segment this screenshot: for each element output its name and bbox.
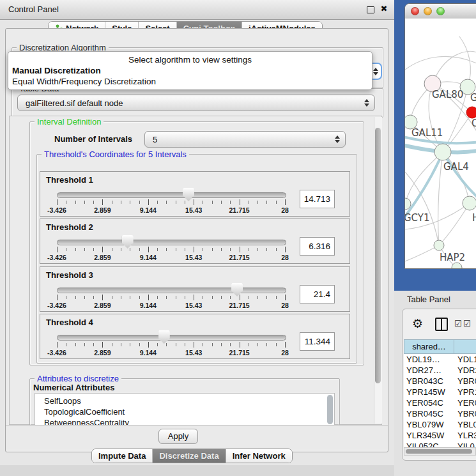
attributes-group-label: Attributes to discretize xyxy=(35,374,121,383)
list-item[interactable]: TopologicalCoefficient xyxy=(44,407,125,418)
node-label: GAL11 xyxy=(411,127,443,139)
slider-major-ticks xyxy=(57,199,286,205)
traffic-light-zoom-icon[interactable] xyxy=(436,7,445,15)
node-label: H xyxy=(472,212,476,224)
float-window-icon[interactable] xyxy=(367,6,374,13)
interval-definition-label: Interval Definition xyxy=(35,117,104,127)
slider-tick-labels: -3.426 2.859 9.144 15.43 21.715 28 xyxy=(57,302,285,310)
table-row[interactable]: YIL052CYIL0 xyxy=(404,441,476,447)
threshold-label: Threshold 2 xyxy=(46,222,93,232)
table-panel-title: Table Panel xyxy=(407,295,450,304)
dropdown-option-manual-discretization[interactable]: Manual Discretization xyxy=(12,65,368,76)
column-header-shared-name[interactable]: shared… xyxy=(404,339,454,354)
threshold-value-field[interactable] xyxy=(300,332,335,351)
column-header-name[interactable]: n xyxy=(454,339,476,354)
checkbox-icon[interactable]: ☑ xyxy=(454,319,462,328)
close-icon[interactable]: ✖ xyxy=(380,5,388,12)
network-window-titlebar[interactable] xyxy=(405,4,476,19)
node-bottom[interactable] xyxy=(452,263,462,269)
table-data-combobox[interactable]: galFiltered.sif default node xyxy=(17,95,375,111)
apply-button[interactable]: Apply xyxy=(158,429,198,444)
slider-track[interactable] xyxy=(57,240,286,245)
tab-discretize-data[interactable]: Discretize Data xyxy=(153,449,226,463)
node-highlighted[interactable] xyxy=(466,107,476,118)
thresholds-group-label: Threshold's Coordinates for 5 Intervals xyxy=(42,150,189,159)
split-columns-icon[interactable] xyxy=(435,318,448,331)
slider-tick-labels: -3.426 2.859 9.144 15.43 21.715 28 xyxy=(57,349,285,357)
traffic-light-close-icon[interactable] xyxy=(411,7,419,15)
node-hap2[interactable] xyxy=(434,240,444,250)
slider-track[interactable] xyxy=(57,335,286,341)
list-item[interactable]: BetweennessCentrality xyxy=(44,418,129,425)
numerical-attributes-heading: Numerical Attributes xyxy=(33,383,114,392)
table-row[interactable]: YDR27…YDR2 xyxy=(404,365,476,376)
node-label: GCY1 xyxy=(405,212,430,224)
tab-infer-network[interactable]: Infer Network xyxy=(226,449,292,463)
node-label: C xyxy=(472,118,476,129)
node-label: HAP2 xyxy=(440,252,465,263)
intervals-value: 5 xyxy=(153,135,157,144)
node-h[interactable] xyxy=(463,196,476,210)
dropdown-placeholder: Select algorithm to view settings xyxy=(12,54,368,65)
threshold-label: Threshold 4 xyxy=(46,318,93,327)
threshold-4-panel: Threshold 4 -3.426 2.859 9.144 15.43 21.… xyxy=(40,314,350,359)
scrollbar-thumb[interactable] xyxy=(375,128,381,383)
traffic-light-minimize-icon[interactable] xyxy=(424,7,432,15)
table-row[interactable]: YBR045CYBR0 xyxy=(404,408,476,419)
threshold-slider[interactable]: -3.426 2.859 9.144 15.43 21.715 28 xyxy=(57,238,285,264)
threshold-1-panel: Threshold 1 -3.426 2.859 9.144 15.43 21.… xyxy=(40,171,350,217)
threshold-value-field[interactable] xyxy=(300,237,335,256)
slider-major-ticks xyxy=(57,247,286,252)
slider-track[interactable] xyxy=(57,192,286,198)
dropdown-option-equal-width-frequency[interactable]: Equal Width/Frequency Discretization xyxy=(12,76,368,87)
threshold-2-panel: Threshold 2 -3.426 2.859 9.144 15.43 21.… xyxy=(40,219,350,264)
control-panel-titlebar: Control Panel ✖ xyxy=(0,0,394,20)
slider-tick-labels: -3.426 2.859 9.144 15.43 21.715 28 xyxy=(57,254,285,262)
table-row[interactable]: YLR345WYLR3 xyxy=(404,430,476,441)
panel-title: Control Panel xyxy=(8,4,59,14)
network-graph: GAL80 GA GAL11 C GAL4 GCY1 H HAP2 xyxy=(405,19,476,269)
table-row[interactable]: YDL19…YDL1 xyxy=(404,354,476,365)
stepper-arrows-icon xyxy=(335,135,340,143)
stepper-arrows-icon xyxy=(373,68,378,75)
scrollbar-thumb[interactable] xyxy=(406,449,472,454)
table-row[interactable]: YBL079WYBL0 xyxy=(404,419,476,430)
screen: Control Panel ✖ Network Style Select Cyn… xyxy=(0,0,476,476)
slider-major-ticks xyxy=(57,295,286,300)
threshold-value-field[interactable] xyxy=(300,285,335,303)
checkbox-icon[interactable]: ☑ xyxy=(463,319,471,328)
node-attribute-table[interactable]: shared… n YDL19…YDL1 YDR27…YDR2 YBR043CY… xyxy=(404,339,476,447)
numerical-attributes-list[interactable]: SelfLoops TopologicalCoefficient Between… xyxy=(35,393,335,425)
list-item[interactable]: SelfLoops xyxy=(44,396,81,407)
table-row[interactable]: YBR043CYBR0 xyxy=(404,376,476,387)
slider-tick-labels: -3.426 2.859 9.144 15.43 21.715 28 xyxy=(57,206,285,215)
table-row[interactable]: YER054CYER0 xyxy=(404,397,476,408)
node-gal4[interactable] xyxy=(434,144,451,160)
table-data-selected-value: galFiltered.sif default node xyxy=(26,98,123,108)
control-panel: Control Panel ✖ Network Style Select Cyn… xyxy=(0,0,394,465)
threshold-slider[interactable]: -3.426 2.859 9.144 15.43 21.715 28 xyxy=(57,286,285,312)
threshold-slider[interactable]: -3.426 2.859 9.144 15.43 21.715 28 xyxy=(57,334,285,359)
node-label: GAL4 xyxy=(443,161,469,173)
tab-impute-data[interactable]: Impute Data xyxy=(92,449,153,463)
list-scrollbar-thumb[interactable] xyxy=(327,395,333,424)
threshold-slider[interactable]: -3.426 2.859 9.144 15.43 21.715 28 xyxy=(57,191,285,217)
slider-major-ticks xyxy=(57,342,286,348)
vertical-scrollbar[interactable] xyxy=(374,117,382,424)
number-of-intervals-label: Number of Intervals xyxy=(54,134,132,144)
number-of-intervals-spinner[interactable]: 5 xyxy=(144,131,346,148)
slider-track[interactable] xyxy=(57,288,286,293)
attributes-clip-region: Attributes to discretize Numerical Attri… xyxy=(9,369,373,425)
table-header-row: shared… n xyxy=(404,339,476,354)
network-canvas[interactable]: GAL80 GA GAL11 C GAL4 GCY1 H HAP2 xyxy=(405,19,476,269)
table-row[interactable]: YPR145WYPR1 xyxy=(404,387,476,397)
threshold-label: Threshold 3 xyxy=(46,270,93,280)
threshold-value-field[interactable] xyxy=(300,190,335,208)
horizontal-scrollbar[interactable] xyxy=(404,447,476,456)
network-view-window[interactable]: GAL80 GA GAL11 C GAL4 GCY1 H HAP2 xyxy=(404,3,476,269)
bottom-tab-strip: Impute Data Discretize Data Infer Networ… xyxy=(91,449,293,463)
gear-icon[interactable]: ⚙ xyxy=(412,316,423,330)
stepper-arrows-icon xyxy=(364,99,369,107)
threshold-label: Threshold 1 xyxy=(46,175,93,185)
algorithm-dropdown-popup: Select algorithm to view settings Manual… xyxy=(8,51,372,90)
